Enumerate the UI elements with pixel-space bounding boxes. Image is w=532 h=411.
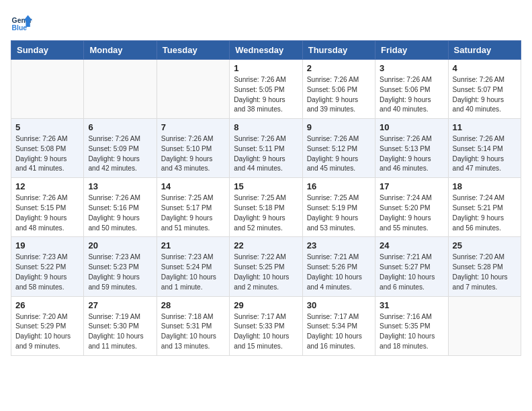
day-info: Sunrise: 7:26 AM Sunset: 5:13 PM Dayligh… [380,134,443,174]
weekday-header-sunday: Sunday [11,41,84,60]
calendar-cell: 20Sunrise: 7:23 AM Sunset: 5:23 PM Dayli… [84,237,157,296]
calendar-cell [84,60,157,119]
calendar-cell: 26Sunrise: 7:20 AM Sunset: 5:29 PM Dayli… [11,296,84,355]
day-number: 2 [307,63,371,73]
day-number: 7 [161,122,225,132]
day-number: 16 [307,181,371,191]
day-info: Sunrise: 7:17 AM Sunset: 5:34 PM Dayligh… [307,312,371,352]
calendar-cell [448,296,521,355]
calendar-cell: 6Sunrise: 7:26 AM Sunset: 5:09 PM Daylig… [84,119,157,178]
day-number: 27 [88,300,152,310]
day-info: Sunrise: 7:26 AM Sunset: 5:16 PM Dayligh… [88,193,152,233]
calendar-cell [157,60,229,119]
day-number: 29 [234,300,298,310]
day-number: 6 [88,122,152,132]
day-info: Sunrise: 7:26 AM Sunset: 5:06 PM Dayligh… [307,75,371,115]
calendar-cell: 28Sunrise: 7:18 AM Sunset: 5:31 PM Dayli… [157,296,229,355]
calendar-cell: 5Sunrise: 7:26 AM Sunset: 5:08 PM Daylig… [11,119,84,178]
day-number: 10 [380,122,443,132]
day-info: Sunrise: 7:24 AM Sunset: 5:20 PM Dayligh… [380,193,443,233]
day-info: Sunrise: 7:23 AM Sunset: 5:22 PM Dayligh… [15,253,79,292]
day-info: Sunrise: 7:26 AM Sunset: 5:11 PM Dayligh… [234,134,298,174]
weekday-header-tuesday: Tuesday [157,41,229,60]
calendar-week-row: 1Sunrise: 7:26 AM Sunset: 5:05 PM Daylig… [11,60,521,119]
logo-icon: General Blue [11,11,32,32]
day-number: 8 [234,122,298,132]
calendar-cell: 3Sunrise: 7:26 AM Sunset: 5:06 PM Daylig… [375,60,448,119]
calendar-cell: 1Sunrise: 7:26 AM Sunset: 5:05 PM Daylig… [230,60,302,119]
calendar-week-row: 5Sunrise: 7:26 AM Sunset: 5:08 PM Daylig… [11,119,521,178]
day-info: Sunrise: 7:19 AM Sunset: 5:30 PM Dayligh… [88,312,152,352]
day-info: Sunrise: 7:22 AM Sunset: 5:25 PM Dayligh… [234,253,298,292]
day-info: Sunrise: 7:25 AM Sunset: 5:18 PM Dayligh… [234,193,298,233]
day-number: 18 [453,181,517,191]
day-number: 21 [161,240,225,250]
calendar-cell: 27Sunrise: 7:19 AM Sunset: 5:30 PM Dayli… [84,296,157,355]
day-number: 3 [380,63,443,73]
calendar-week-row: 19Sunrise: 7:23 AM Sunset: 5:22 PM Dayli… [11,237,521,296]
calendar-cell: 19Sunrise: 7:23 AM Sunset: 5:22 PM Dayli… [11,237,84,296]
calendar-week-row: 26Sunrise: 7:20 AM Sunset: 5:29 PM Dayli… [11,296,521,355]
calendar-cell: 8Sunrise: 7:26 AM Sunset: 5:11 PM Daylig… [230,119,302,178]
calendar-week-row: 12Sunrise: 7:26 AM Sunset: 5:15 PM Dayli… [11,178,521,237]
day-number: 25 [453,240,517,250]
day-info: Sunrise: 7:21 AM Sunset: 5:27 PM Dayligh… [380,253,443,292]
calendar-cell: 31Sunrise: 7:16 AM Sunset: 5:35 PM Dayli… [375,296,448,355]
calendar-cell: 25Sunrise: 7:20 AM Sunset: 5:28 PM Dayli… [448,237,521,296]
day-info: Sunrise: 7:17 AM Sunset: 5:33 PM Dayligh… [234,312,298,352]
calendar-cell: 29Sunrise: 7:17 AM Sunset: 5:33 PM Dayli… [230,296,302,355]
weekday-header-saturday: Saturday [448,41,521,60]
calendar-cell [11,60,84,119]
day-number: 23 [307,240,371,250]
day-number: 24 [380,240,443,250]
day-info: Sunrise: 7:25 AM Sunset: 5:17 PM Dayligh… [161,193,225,233]
calendar-cell: 13Sunrise: 7:26 AM Sunset: 5:16 PM Dayli… [84,178,157,237]
day-number: 13 [88,181,152,191]
day-number: 1 [234,63,298,73]
weekday-header-friday: Friday [375,41,448,60]
day-info: Sunrise: 7:16 AM Sunset: 5:35 PM Dayligh… [380,312,443,352]
day-info: Sunrise: 7:26 AM Sunset: 5:09 PM Dayligh… [88,134,152,174]
calendar-cell: 30Sunrise: 7:17 AM Sunset: 5:34 PM Dayli… [302,296,375,355]
svg-text:Blue: Blue [12,24,28,32]
calendar-cell: 12Sunrise: 7:26 AM Sunset: 5:15 PM Dayli… [11,178,84,237]
day-info: Sunrise: 7:26 AM Sunset: 5:12 PM Dayligh… [307,134,371,174]
day-number: 4 [453,63,517,73]
day-info: Sunrise: 7:26 AM Sunset: 5:08 PM Dayligh… [15,134,79,174]
weekday-header-monday: Monday [84,41,157,60]
day-info: Sunrise: 7:25 AM Sunset: 5:19 PM Dayligh… [307,193,371,233]
day-number: 9 [307,122,371,132]
day-info: Sunrise: 7:26 AM Sunset: 5:06 PM Dayligh… [380,75,443,115]
calendar-table: SundayMondayTuesdayWednesdayThursdayFrid… [11,40,521,356]
day-number: 5 [15,122,79,132]
calendar-cell: 23Sunrise: 7:21 AM Sunset: 5:26 PM Dayli… [302,237,375,296]
weekday-header-row: SundayMondayTuesdayWednesdayThursdayFrid… [11,41,521,60]
day-number: 14 [161,181,225,191]
day-info: Sunrise: 7:20 AM Sunset: 5:28 PM Dayligh… [453,253,517,292]
day-number: 26 [15,300,79,310]
day-number: 11 [453,122,517,132]
calendar-cell: 4Sunrise: 7:26 AM Sunset: 5:07 PM Daylig… [448,60,521,119]
calendar-cell: 2Sunrise: 7:26 AM Sunset: 5:06 PM Daylig… [302,60,375,119]
day-number: 12 [15,181,79,191]
day-info: Sunrise: 7:23 AM Sunset: 5:24 PM Dayligh… [161,253,225,292]
day-info: Sunrise: 7:23 AM Sunset: 5:23 PM Dayligh… [88,253,152,292]
logo: General Blue [11,11,32,32]
calendar-cell: 7Sunrise: 7:26 AM Sunset: 5:10 PM Daylig… [157,119,229,178]
weekday-header-wednesday: Wednesday [230,41,302,60]
day-number: 15 [234,181,298,191]
day-info: Sunrise: 7:26 AM Sunset: 5:07 PM Dayligh… [453,75,517,115]
calendar-cell: 10Sunrise: 7:26 AM Sunset: 5:13 PM Dayli… [375,119,448,178]
calendar-cell: 18Sunrise: 7:24 AM Sunset: 5:21 PM Dayli… [448,178,521,237]
day-info: Sunrise: 7:24 AM Sunset: 5:21 PM Dayligh… [453,193,517,233]
calendar-cell: 17Sunrise: 7:24 AM Sunset: 5:20 PM Dayli… [375,178,448,237]
day-number: 22 [234,240,298,250]
weekday-header-thursday: Thursday [302,41,375,60]
day-number: 19 [15,240,79,250]
day-info: Sunrise: 7:26 AM Sunset: 5:15 PM Dayligh… [15,193,79,233]
day-info: Sunrise: 7:26 AM Sunset: 5:05 PM Dayligh… [234,75,298,115]
calendar-cell: 9Sunrise: 7:26 AM Sunset: 5:12 PM Daylig… [302,119,375,178]
day-number: 30 [307,300,371,310]
day-number: 17 [380,181,443,191]
day-number: 31 [380,300,443,310]
